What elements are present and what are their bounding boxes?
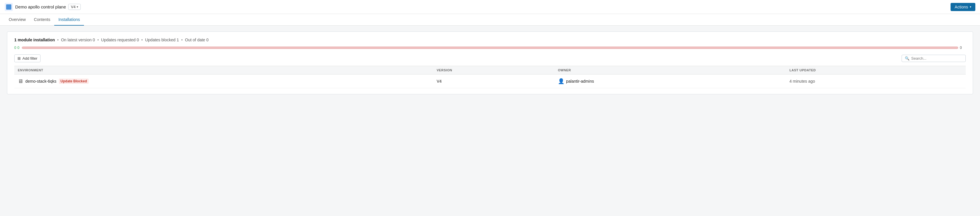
updates-blocked-stat: Updates blocked 1 [145, 38, 179, 42]
owner-name: palantir-admins [566, 79, 594, 84]
module-count: 1 module installation [14, 38, 55, 42]
add-filter-label: Add filter [22, 56, 37, 61]
tab-installations[interactable]: Installations [54, 14, 84, 25]
progress-labels-left: 0 0 [14, 46, 20, 50]
owner-cell: 👤 palantir-admins [554, 74, 786, 88]
on-latest-version-stat: On latest version 0 [61, 38, 95, 42]
environment-cell: 🖥 demo-stack-6qks Update Blocked [14, 74, 433, 88]
app-icon [5, 3, 13, 11]
nav-tabs: Overview Contents Installations [0, 14, 980, 25]
installations-card: 1 module installation • On latest versio… [7, 32, 973, 94]
last-updated-cell: 4 minutes ago [786, 74, 966, 88]
actions-chevron-icon: ▾ [970, 5, 971, 8]
progress-left-label-1: 0 [14, 46, 16, 50]
out-of-date-stat: Out of date 0 [185, 38, 209, 42]
chevron-down-icon: ▾ [77, 5, 78, 8]
col-version: VERSION [433, 66, 554, 74]
installations-table: ENVIRONMENT VERSION OWNER LAST UPDATED [14, 66, 966, 88]
progress-right-label: 0 [960, 46, 966, 50]
search-input[interactable] [911, 56, 963, 61]
status-badge: Update Blocked [59, 79, 89, 84]
version-cell: V4 [433, 74, 554, 88]
environment-name: demo-stack-6qks [25, 79, 57, 84]
main-content: 1 module installation • On latest versio… [0, 25, 980, 100]
progress-left-label-2: 0 [18, 46, 19, 50]
add-filter-button[interactable]: ⊞ Add filter [14, 54, 41, 62]
stats-row: 1 module installation • On latest versio… [14, 38, 966, 42]
search-container: 🔍 [902, 55, 966, 62]
progress-bar-track [22, 47, 958, 49]
filter-icon: ⊞ [18, 56, 21, 61]
app-icon-inner [6, 5, 11, 9]
table-row: 🖥 demo-stack-6qks Update Blocked V4 👤 pa… [14, 74, 966, 88]
actions-button[interactable]: Actions ▾ [951, 3, 975, 11]
table-header-row: ENVIRONMENT VERSION OWNER LAST UPDATED [14, 66, 966, 74]
header-bar: Demo apollo control plane V4 ▾ Actions ▾ [0, 0, 980, 14]
updates-requested-stat: Updates requested 0 [101, 38, 139, 42]
last-updated-value: 4 minutes ago [789, 79, 815, 84]
actions-label: Actions [955, 5, 968, 9]
app-title: Demo apollo control plane [15, 5, 66, 9]
row-version: V4 [437, 79, 442, 84]
col-last-updated: LAST UPDATED [786, 66, 966, 74]
header-left: Demo apollo control plane V4 ▾ [5, 3, 81, 11]
search-icon: 🔍 [905, 56, 910, 61]
col-owner: OWNER [554, 66, 786, 74]
progress-container: 0 0 0 [14, 46, 966, 50]
tab-overview[interactable]: Overview [5, 14, 30, 25]
version-selector[interactable]: V4 ▾ [68, 4, 81, 10]
owner-icon: 👤 [558, 78, 564, 84]
environment-icon: 🖥 [18, 78, 23, 84]
col-environment: ENVIRONMENT [14, 66, 433, 74]
version-label: V4 [71, 5, 75, 9]
filter-search-row: ⊞ Add filter 🔍 [14, 54, 966, 62]
tab-contents[interactable]: Contents [30, 14, 54, 25]
